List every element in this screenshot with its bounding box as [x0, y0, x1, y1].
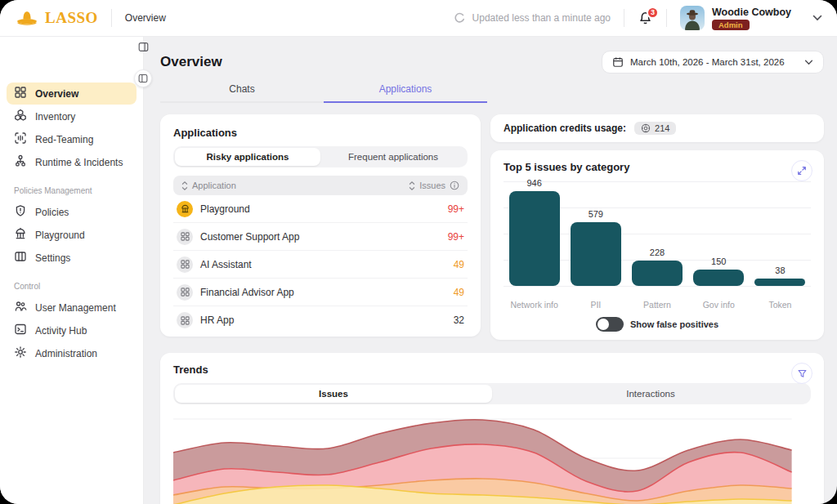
divider	[111, 9, 112, 27]
credits-card: Application credits usage: 214	[490, 114, 824, 142]
table-row-customer-support-app[interactable]: Customer Support App99+	[173, 223, 468, 251]
sidebar-toggle-button[interactable]	[134, 69, 152, 87]
credits-badge: 214	[634, 122, 676, 135]
issues-count: 49	[454, 259, 464, 270]
brand: LASSO	[15, 9, 98, 27]
refresh-button[interactable]	[453, 11, 466, 25]
bar[interactable]	[509, 191, 560, 286]
toggle-label: Show false positives	[630, 319, 718, 329]
bar[interactable]	[571, 222, 621, 286]
app-window: LASSO Overview Updated less than a minut…	[0, 0, 837, 504]
expand-icon	[797, 166, 807, 176]
table-row-playground[interactable]: Playground99+	[173, 195, 468, 223]
chevron-down-icon[interactable]	[812, 15, 822, 21]
token-coin-icon	[641, 123, 651, 133]
table-row-financial-advisor-app[interactable]: Financial Advisor App49	[173, 279, 468, 306]
bar-category-label: Gov info	[688, 300, 750, 310]
segment-frequent-applications[interactable]: Frequent applications	[320, 148, 466, 166]
filter-button[interactable]	[791, 363, 812, 384]
table-row-hr-app[interactable]: HR App32	[173, 306, 468, 334]
column-application[interactable]: Application	[181, 181, 236, 190]
segment-interactions[interactable]: Interactions	[492, 385, 809, 403]
sort-icon	[409, 181, 415, 190]
trends-segmented-control: IssuesInteractions	[173, 383, 811, 404]
table-row-ai-assistant[interactable]: AI Assistant49	[173, 251, 468, 279]
date-range-picker[interactable]: March 10th, 2026 - March 31st, 2026	[602, 51, 824, 74]
bar-chart: 94657922815038	[504, 178, 811, 297]
sidebar-item-policies[interactable]: Policies	[7, 201, 137, 223]
trends-title: Trends	[173, 364, 811, 376]
bar-value: 228	[650, 248, 665, 257]
tab-applications[interactable]: Applications	[324, 83, 487, 103]
users-icon	[14, 300, 27, 315]
bar[interactable]	[754, 279, 805, 286]
application-name: Playground	[200, 203, 250, 215]
bar-category-label: Token	[750, 300, 811, 310]
sidebar-item-user-management[interactable]: User Management	[7, 297, 137, 319]
bar[interactable]	[693, 270, 744, 286]
sidebar-item-runtime-incidents[interactable]: Runtime & Incidents	[7, 151, 137, 173]
sidebar-item-red-teaming[interactable]: Red-Teaming	[7, 128, 137, 150]
red-teaming-scan-icon	[14, 132, 27, 147]
top-issues-card: Top 5 issues by category 94657922815038 …	[490, 150, 824, 340]
sidebar-item-overview[interactable]: Overview	[7, 83, 137, 105]
sidebar-item-settings[interactable]: Settings	[7, 247, 137, 269]
sidebar-item-playground[interactable]: Playground	[7, 224, 137, 246]
updated-status: Updated less than a minute ago	[472, 12, 611, 24]
sidebar-section-label: Policies Management	[14, 186, 129, 195]
column-issues[interactable]: Issues	[409, 181, 459, 190]
date-range-label: March 10th, 2026 - March 31st, 2026	[630, 57, 798, 67]
avatar	[680, 6, 705, 30]
applications-table-header: Application Issues	[173, 176, 468, 195]
sidebar-item-activity-hub[interactable]: Activity Hub	[7, 319, 137, 341]
user-menu[interactable]: Woodie Cowboy Admin	[680, 6, 791, 30]
toggle-knob	[598, 319, 609, 330]
segment-issues[interactable]: Issues	[175, 385, 492, 403]
calendar-icon	[612, 56, 624, 68]
bar-value: 946	[526, 178, 541, 188]
sidebar-item-administration[interactable]: Administration	[7, 342, 137, 364]
divider	[666, 9, 667, 27]
sort-icon	[181, 181, 188, 190]
credits-label: Application credits usage:	[504, 123, 626, 134]
issues-count: 32	[454, 314, 464, 326]
terminal-icon	[14, 323, 27, 338]
bar-category-label: Pattern	[626, 300, 687, 310]
notifications-button[interactable]: 3	[638, 11, 653, 26]
page-title: Overview	[160, 54, 222, 70]
sidebar-nav: OverviewInventoryRed-TeamingRuntime & In…	[0, 83, 143, 364]
gear-icon	[14, 346, 27, 361]
bar-value: 38	[775, 265, 785, 275]
shield-icon	[14, 204, 27, 220]
main-tab-bar: ChatsApplications	[160, 83, 824, 103]
hierarchy-icon	[14, 154, 27, 170]
show-false-positives-toggle[interactable]	[596, 317, 624, 332]
chevron-down-icon	[804, 60, 813, 65]
app-grid-icon	[177, 256, 193, 273]
application-name: Financial Advisor App	[200, 287, 294, 298]
main-content: Overview March 10th, 2026 - March 31st, …	[144, 37, 837, 504]
sidebar-section-label: Control	[14, 282, 129, 291]
sidebar-collapse-icon[interactable]	[138, 42, 149, 55]
bar-slot-network-info: 946	[504, 178, 565, 297]
segment-risky-applications[interactable]: Risky applications	[175, 148, 320, 166]
user-role-badge: Admin	[712, 20, 750, 30]
dashboard-icon	[14, 86, 27, 101]
bar[interactable]	[632, 261, 683, 286]
bar-slot-token: 38	[750, 178, 811, 297]
sidebar: OverviewInventoryRed-TeamingRuntime & In…	[0, 37, 144, 504]
applications-card: Applications Risky applicationsFrequent …	[160, 114, 481, 337]
carousel-app-icon	[177, 201, 193, 217]
info-icon	[450, 181, 459, 190]
divider	[624, 9, 624, 27]
bar-value: 150	[711, 256, 726, 266]
bar-category-label: Network info	[504, 300, 565, 310]
tab-chats[interactable]: Chats	[160, 83, 324, 103]
issues-count: 99+	[448, 203, 464, 215]
sidebar-item-inventory[interactable]: Inventory	[7, 105, 137, 127]
issues-count: 49	[454, 287, 464, 298]
breadcrumb: Overview	[125, 12, 166, 24]
application-name: AI Assistant	[200, 259, 252, 270]
filter-funnel-icon	[797, 368, 808, 379]
cowboy-hat-logo-icon	[15, 9, 39, 27]
